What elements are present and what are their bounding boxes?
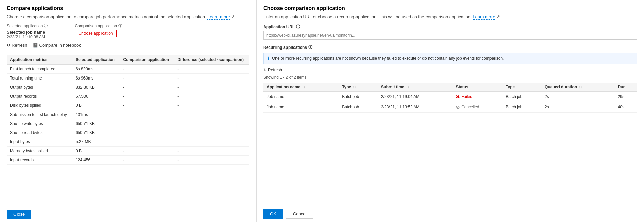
table-row: Shuffle read bytes650.71 KB-- (7, 128, 249, 137)
table-row: Input records124,456-- (7, 156, 249, 165)
col-status: Status (452, 83, 502, 92)
table-row: Input bytes5.27 MB-- (7, 137, 249, 147)
comparison-info-icon: ⓘ (118, 23, 122, 28)
col-app-name: Application name ↑↓ (263, 83, 339, 92)
table-row: Submission to first launch delay131ms-- (7, 110, 249, 119)
url-info-icon: ⓘ (296, 24, 300, 30)
recurring-section-label: Recurring applications ⓘ (263, 44, 637, 50)
recurring-header-row: Application name ↑↓ Type ↑↓ Submit time … (263, 83, 637, 92)
table-row: Disk bytes spilled0 B-- (7, 101, 249, 110)
col-header-metric: Application metrics (7, 55, 72, 65)
metrics-table-header-row: Application metrics Selected application… (7, 55, 249, 65)
list-item[interactable]: Job nameBatch job2/23/21, 11:13:52 AM⊘Ca… (263, 102, 637, 113)
recurring-info-icon: ⓘ (308, 44, 312, 50)
notebook-icon: 📓 (33, 43, 38, 48)
recurring-refresh-icon: ↻ (263, 68, 267, 72)
left-footer: Close (0, 206, 256, 222)
recurring-refresh-button[interactable]: ↻ Refresh (263, 68, 282, 72)
failed-icon: ✖ (456, 94, 460, 99)
info-banner: ℹ One or more recurring applications are… (263, 53, 637, 64)
table-row: First launch to completed6s 829ms-- (7, 65, 249, 74)
right-subtitle: Enter an application URL or choose a rec… (263, 14, 637, 19)
selected-label: Selected application ⓘ (7, 23, 48, 28)
left-panel-title: Compare applications (7, 5, 249, 11)
col-type: Type ↑↓ (339, 83, 378, 92)
right-learn-more-link[interactable]: Learn more (473, 14, 495, 20)
refresh-button[interactable]: ↻ Refresh (7, 43, 27, 48)
selected-job-name: Selected job name (7, 30, 48, 35)
comparison-label: Comparison application ⓘ (75, 23, 122, 28)
table-row: Output records67,506-- (7, 92, 249, 101)
table-row: Output bytes832.80 KB-- (7, 83, 249, 92)
selected-app-col: Selected application ⓘ Selected job name… (7, 23, 48, 39)
compare-notebook-button[interactable]: 📓 Compare in notebook (33, 43, 81, 48)
toolbar: ↻ Refresh 📓 Compare in notebook (7, 43, 249, 51)
col-header-difference: Difference (selected - comparison) (174, 55, 249, 65)
selected-date: 2/23/21, 11:10:08 AM (7, 35, 48, 39)
left-learn-more-link[interactable]: Learn more (207, 14, 230, 20)
info-row: Selected application ⓘ Selected job name… (7, 23, 249, 39)
cancelled-icon: ⊘ (456, 104, 460, 110)
metrics-table-body: First launch to completed6s 829ms--Total… (7, 65, 249, 165)
refresh-icon: ↻ (7, 43, 10, 48)
right-panel: Choose comparison application Enter an a… (257, 0, 644, 222)
info-banner-icon: ℹ (268, 56, 269, 61)
ok-button[interactable]: OK (263, 209, 283, 219)
comparison-app-col: Comparison application ⓘ Choose applicat… (75, 23, 122, 39)
close-button[interactable]: Close (7, 210, 31, 219)
col-type2: Type (502, 83, 541, 92)
col-submit-time: Submit time ↑↓ (378, 83, 452, 92)
left-content: Compare applications Choose a comparison… (0, 0, 256, 206)
table-row: Memory bytes spilled0 B-- (7, 147, 249, 156)
showing-text: Showing 1 - 2 of 2 items (263, 75, 637, 80)
recurring-table: Application name ↑↓ Type ↑↓ Submit time … (263, 83, 637, 113)
choose-application-button[interactable]: Choose application (75, 30, 116, 37)
left-subtitle: Choose a comparison application to compa… (7, 14, 249, 19)
col-dur: Dur (615, 83, 637, 92)
right-footer: OK Cancel (257, 205, 644, 222)
col-header-selected: Selected application (72, 55, 120, 65)
url-input[interactable] (263, 31, 637, 40)
right-content: Choose comparison application Enter an a… (257, 0, 644, 205)
cancel-button[interactable]: Cancel (286, 209, 313, 219)
table-row: Shuffle write bytes650.71 KB-- (7, 119, 249, 128)
selected-info-icon: ⓘ (44, 23, 48, 28)
col-queued: Queued duration ↑↓ (541, 83, 614, 92)
url-field-label: Application URL ⓘ (263, 24, 637, 30)
recurring-table-body: Job nameBatch job2/23/21, 11:19:04 AM✖Fa… (263, 92, 637, 113)
list-item[interactable]: Job nameBatch job2/23/21, 11:19:04 AM✖Fa… (263, 92, 637, 102)
metrics-table: Application metrics Selected application… (7, 55, 249, 165)
right-panel-title: Choose comparison application (263, 5, 637, 11)
left-panel: Compare applications Choose a comparison… (0, 0, 257, 222)
col-header-comparison: Comparison application (120, 55, 174, 65)
table-row: Total running time6s 960ms-- (7, 74, 249, 83)
